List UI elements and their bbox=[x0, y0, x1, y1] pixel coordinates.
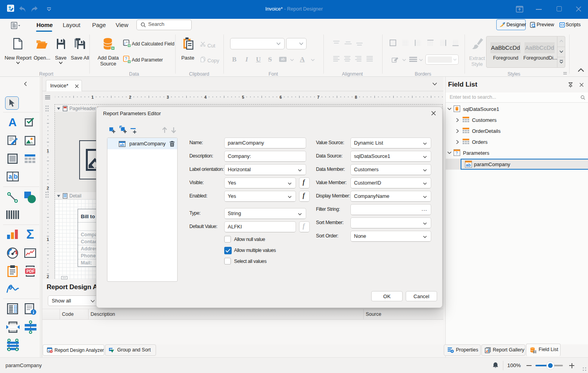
svg-text:7: 7 bbox=[317, 95, 319, 100]
svg-text:1: 1 bbox=[91, 95, 94, 100]
svg-text:8: 8 bbox=[355, 95, 357, 100]
svg-text:6: 6 bbox=[279, 95, 282, 100]
svg-text:4: 4 bbox=[204, 95, 207, 100]
svg-text:?: ? bbox=[125, 57, 127, 61]
svg-text:a: a bbox=[9, 173, 12, 180]
svg-text:3: 3 bbox=[167, 95, 169, 100]
svg-text:2: 2 bbox=[47, 186, 49, 190]
svg-text:2: 2 bbox=[47, 274, 49, 279]
svg-text:PDF: PDF bbox=[27, 269, 35, 273]
svg-text:b: b bbox=[14, 173, 18, 180]
svg-text:?: ? bbox=[456, 151, 458, 156]
svg-text:ab: ab bbox=[120, 143, 124, 147]
svg-text:2: 2 bbox=[129, 95, 131, 100]
svg-text:5: 5 bbox=[242, 95, 244, 100]
svg-text:1: 1 bbox=[47, 148, 49, 153]
svg-text:1: 1 bbox=[47, 237, 49, 242]
svg-text:ab: ab bbox=[466, 163, 471, 167]
